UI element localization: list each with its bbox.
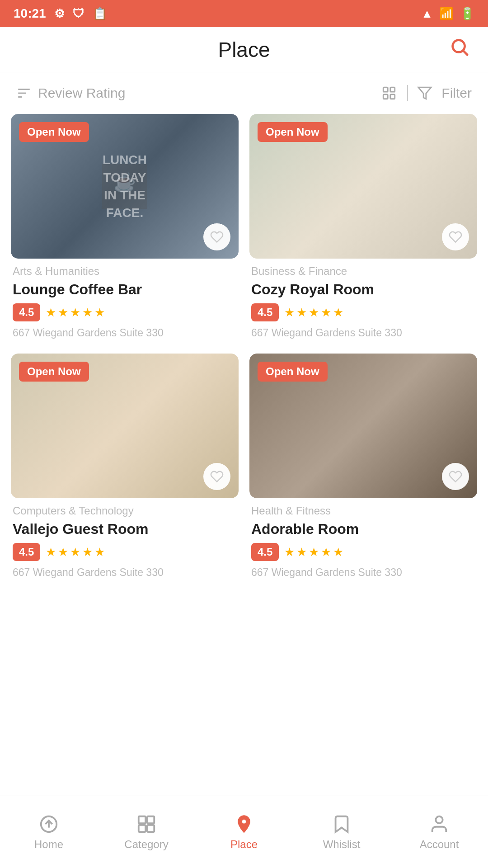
star1: ★ xyxy=(46,306,56,320)
stars-4: ★ ★ ★ ★ ★ xyxy=(284,545,343,559)
svg-rect-8 xyxy=(390,94,395,99)
card-address-4: 667 Wiegand Gardens Suite 330 xyxy=(251,566,475,579)
bottom-nav: Home Category Place Whislist Account xyxy=(0,796,488,868)
card-address-2: 667 Wiegand Gardens Suite 330 xyxy=(251,327,475,339)
card-name-3: Vallejo Guest Room xyxy=(13,521,237,538)
home-icon xyxy=(38,814,59,835)
card-body-2: Business & Finance Cozy Royal Room 4.5 ★… xyxy=(249,259,477,343)
open-badge-1: Open Now xyxy=(19,122,89,142)
nav-account[interactable]: Account xyxy=(405,814,473,851)
clipboard-icon: 📋 xyxy=(93,7,107,21)
svg-line-1 xyxy=(464,51,467,55)
card-address-3: 667 Wiegand Gardens Suite 330 xyxy=(13,566,237,579)
nav-whislist-label: Whislist xyxy=(323,838,361,851)
place-icon xyxy=(234,814,254,835)
sort-icon xyxy=(16,85,32,101)
nav-category[interactable]: Category xyxy=(113,814,180,851)
places-grid: ☕ LUNCHTODAYIN THEFACE. Open Now Arts & … xyxy=(0,114,488,593)
filter-icon[interactable] xyxy=(417,85,432,101)
rating-badge-1: 4.5 xyxy=(13,303,40,321)
card-name-1: Lounge Coffee Bar xyxy=(13,281,237,298)
filter-bar: Review Rating Filter xyxy=(0,72,488,114)
star4: ★ xyxy=(82,306,93,320)
wishlist-icon xyxy=(331,814,352,835)
svg-rect-17 xyxy=(147,825,154,831)
card-body-4: Health & Fitness Adorable Room 4.5 ★ ★ ★… xyxy=(249,498,477,582)
card-image-wrap-2: Open Now xyxy=(249,114,477,259)
signal-icon: 📶 xyxy=(439,7,454,21)
svg-rect-7 xyxy=(384,94,388,99)
card-name-2: Cozy Royal Room xyxy=(251,281,475,298)
open-badge-3: Open Now xyxy=(19,362,89,382)
svg-marker-9 xyxy=(418,87,431,99)
app-header: Place xyxy=(0,27,488,72)
stars-2: ★ ★ ★ ★ ★ xyxy=(284,306,343,320)
status-left: 10:21 ⚙ 🛡 📋 xyxy=(14,6,107,21)
stars-3: ★ ★ ★ ★ ★ xyxy=(46,545,105,559)
wifi-icon: ▲ xyxy=(421,7,433,21)
place-card[interactable]: ☕ LUNCHTODAYIN THEFACE. Open Now Arts & … xyxy=(11,114,239,343)
nav-whislist[interactable]: Whislist xyxy=(308,814,375,851)
rating-badge-3: 4.5 xyxy=(13,543,40,561)
star3: ★ xyxy=(70,306,80,320)
card-body-3: Computers & Technology Vallejo Guest Roo… xyxy=(11,498,239,582)
card-name-4: Adorable Room xyxy=(251,521,475,538)
favorite-button-4[interactable] xyxy=(442,463,469,490)
filter-label[interactable]: Filter xyxy=(441,85,472,101)
rating-badge-4: 4.5 xyxy=(251,543,279,561)
nav-place-label: Place xyxy=(230,838,258,851)
open-badge-2: Open Now xyxy=(258,122,328,142)
main-content: Review Rating Filter ☕ xyxy=(0,72,488,702)
nav-home-label: Home xyxy=(34,838,63,851)
nav-account-label: Account xyxy=(420,838,459,851)
account-icon xyxy=(429,814,450,835)
card-rating-row-3: 4.5 ★ ★ ★ ★ ★ xyxy=(13,543,237,561)
favorite-button-2[interactable] xyxy=(442,223,469,250)
review-rating-control[interactable]: Review Rating xyxy=(16,85,125,101)
nav-category-label: Category xyxy=(124,838,168,851)
search-button[interactable] xyxy=(449,37,470,62)
card-rating-row-2: 4.5 ★ ★ ★ ★ ★ xyxy=(251,303,475,321)
filter-right: Filter xyxy=(380,85,472,101)
status-bar: 10:21 ⚙ 🛡 📋 ▲ 📶 🔋 xyxy=(0,0,488,27)
rating-badge-2: 4.5 xyxy=(251,303,279,321)
card-category-2: Business & Finance xyxy=(251,265,475,278)
category-icon xyxy=(136,814,157,835)
svg-rect-15 xyxy=(147,816,154,823)
card-category-1: Arts & Humanities xyxy=(13,265,237,278)
battery-icon: 🔋 xyxy=(460,7,474,21)
status-time: 10:21 xyxy=(14,6,46,21)
place-card-4[interactable]: Open Now Health & Fitness Adorable Room … xyxy=(249,354,477,582)
card-image-wrap: ☕ LUNCHTODAYIN THEFACE. Open Now xyxy=(11,114,239,259)
svg-rect-16 xyxy=(139,825,145,831)
grid-icon[interactable] xyxy=(380,85,398,101)
place-card-3[interactable]: Open Now Computers & Technology Vallejo … xyxy=(11,354,239,582)
card-address-1: 667 Wiegand Gardens Suite 330 xyxy=(13,327,237,339)
place-card-2[interactable]: Open Now Business & Finance Cozy Royal R… xyxy=(249,114,477,343)
review-rating-label: Review Rating xyxy=(38,85,125,101)
page-title: Place xyxy=(218,38,270,62)
nav-home[interactable]: Home xyxy=(15,814,83,851)
card-image-wrap-3: Open Now xyxy=(11,354,239,498)
svg-rect-14 xyxy=(139,816,145,823)
gear-icon: ⚙ xyxy=(54,7,65,21)
svg-rect-6 xyxy=(390,87,395,92)
favorite-button-3[interactable] xyxy=(203,463,230,490)
stars-1: ★ ★ ★ ★ ★ xyxy=(46,306,105,320)
svg-point-18 xyxy=(436,816,442,823)
svg-rect-5 xyxy=(384,87,388,92)
card-body-1: Arts & Humanities Lounge Coffee Bar 4.5 … xyxy=(11,259,239,343)
card-image-wrap-4: Open Now xyxy=(249,354,477,498)
star2: ★ xyxy=(58,306,68,320)
shield-icon: 🛡 xyxy=(73,7,84,21)
open-badge-4: Open Now xyxy=(258,362,328,382)
card-rating-row-4: 4.5 ★ ★ ★ ★ ★ xyxy=(251,543,475,561)
nav-place[interactable]: Place xyxy=(210,814,278,851)
card-category-4: Health & Fitness xyxy=(251,505,475,517)
card-rating-row-1: 4.5 ★ ★ ★ ★ ★ xyxy=(13,303,237,321)
star5-half: ★ xyxy=(94,306,105,320)
card-category-3: Computers & Technology xyxy=(13,505,237,517)
status-right: ▲ 📶 🔋 xyxy=(421,7,474,21)
favorite-button-1[interactable] xyxy=(203,223,230,250)
filter-divider xyxy=(407,85,408,101)
